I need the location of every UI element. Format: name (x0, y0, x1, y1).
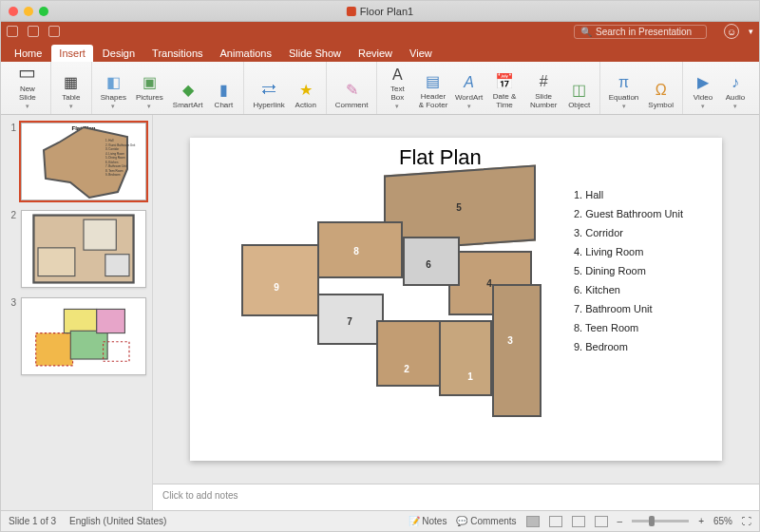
comments-toggle[interactable]: 💬 Comments (456, 516, 516, 526)
search-input[interactable]: 🔍 Search in Presentation (574, 25, 707, 39)
audio-icon: ♪ (726, 73, 745, 92)
hyperlink-button[interactable]: ⮂Hyperlink (250, 65, 287, 112)
comment-icon: ✎ (342, 81, 361, 100)
datetime-button[interactable]: 📅Date & Time (487, 65, 522, 112)
workspace: 1 Flat Plan 1. Hall2. Guest Bathroom Uni… (1, 115, 759, 510)
slide-legend[interactable]: 1. Hall 2. Guest Bathroom Unit 3. Corrid… (574, 189, 707, 360)
video-button[interactable]: ▶Video▾ (689, 65, 717, 112)
tab-view[interactable]: View (402, 45, 440, 62)
slide-thumbnail-2[interactable] (21, 210, 146, 288)
room-hall (439, 320, 492, 396)
room-label-5: 5 (450, 199, 467, 216)
room-label-1: 1 (462, 368, 479, 385)
slide[interactable]: Flat Plan 1 2 3 4 5 6 (190, 138, 722, 461)
thumb-number: 3 (7, 297, 16, 375)
equation-button[interactable]: πEquation▾ (606, 65, 642, 112)
object-button[interactable]: ◫Object (565, 65, 594, 112)
search-placeholder: Search in Presentation (596, 27, 692, 37)
tab-transitions[interactable]: Transitions (144, 45, 210, 62)
quick-access-toolbar: 🔍 Search in Presentation ☺ ▾ (1, 22, 759, 41)
zoom-out-button[interactable]: – (618, 516, 623, 526)
smartart-button[interactable]: ◆SmartArt (170, 65, 206, 112)
audio-button[interactable]: ♪Audio▾ (721, 65, 750, 112)
slide-icon: ▭ (16, 61, 39, 84)
legend-item: 2. Guest Bathroom Unit (574, 208, 707, 219)
chart-icon: ▮ (214, 81, 233, 100)
slidenum-icon: # (534, 72, 553, 91)
window-titlebar: Floor Plan1 (1, 1, 759, 22)
slide-counter: Slide 1 of 3 (9, 516, 56, 526)
slide-thumbnail-3[interactable] (21, 297, 146, 375)
search-icon: 🔍 (580, 27, 592, 37)
textbox-button[interactable]: AText Box▾ (383, 65, 411, 112)
zoom-in-button[interactable]: + (698, 516, 704, 526)
shapes-button[interactable]: ◧Shapes▾ (98, 65, 129, 112)
svg-rect-7 (70, 331, 107, 359)
svg-rect-8 (97, 309, 125, 332)
maximize-icon[interactable] (39, 7, 48, 16)
tab-design[interactable]: Design (95, 45, 142, 62)
tab-home[interactable]: Home (7, 45, 49, 62)
legend-item: 7. Bathroom Unit (574, 303, 707, 314)
ribbon-insert: ▭New Slide▾ ▦Table▾ ◧Shapes▾ ▣Pictures▾ … (1, 62, 759, 115)
thumb-legend: 1. Hall2. Guest Bathroom Unit3. Corridor… (105, 139, 142, 178)
new-slide-button[interactable]: ▭New Slide▾ (10, 65, 45, 112)
slide-thumbnail-1[interactable]: Flat Plan 1. Hall2. Guest Bathroom Unit3… (21, 123, 146, 200)
tab-review[interactable]: Review (351, 45, 400, 62)
notes-pane[interactable]: Click to add notes (153, 484, 759, 510)
traffic-lights (9, 7, 48, 16)
action-button[interactable]: ★Action (292, 65, 320, 112)
user-avatar-icon[interactable]: ☺ (724, 24, 739, 39)
tab-animations[interactable]: Animations (213, 45, 279, 62)
sorter-view-icon[interactable] (549, 516, 562, 527)
fit-window-icon[interactable]: ⛶ (742, 516, 751, 526)
tab-insert[interactable]: Insert (51, 45, 93, 62)
chevron-down-icon[interactable]: ▾ (749, 27, 753, 36)
floorplan-thumb-icon (22, 298, 145, 374)
redo-icon[interactable] (48, 26, 60, 37)
svg-rect-5 (36, 333, 73, 366)
room-label-9: 9 (268, 278, 285, 295)
slideshow-view-icon[interactable] (595, 516, 608, 527)
chart-button[interactable]: ▮Chart (209, 65, 238, 112)
zoom-slider[interactable] (632, 520, 689, 522)
table-button[interactable]: ▦Table▾ (57, 65, 86, 112)
ribbon-tabs: Home Insert Design Transitions Animation… (1, 41, 759, 62)
pictures-icon: ▣ (140, 73, 159, 92)
comment-button[interactable]: ✎Comment (332, 65, 371, 112)
room-label-2: 2 (398, 360, 415, 377)
tab-slideshow[interactable]: Slide Show (281, 45, 349, 62)
slidenumber-button[interactable]: #Slide Number (526, 65, 561, 112)
wordart-icon: A (460, 73, 479, 92)
legend-item: 5. Dining Room (574, 265, 707, 276)
legend-item: 8. Teen Room (574, 322, 707, 333)
object-icon: ◫ (570, 81, 589, 100)
zoom-level[interactable]: 65% (713, 516, 732, 526)
legend-item: 6. Kitchen (574, 284, 707, 295)
datetime-icon: 📅 (495, 72, 514, 91)
legend-item: 4. Living Room (574, 246, 707, 257)
language-button[interactable]: English (United States) (69, 516, 166, 526)
undo-icon[interactable] (28, 26, 39, 37)
headerfooter-button[interactable]: ▤Header & Footer (415, 65, 450, 112)
headerfooter-icon: ▤ (424, 72, 443, 91)
wordart-button[interactable]: AWordArt▾ (455, 65, 484, 112)
room-label-6: 6 (420, 256, 437, 273)
thumb-number: 1 (7, 123, 16, 200)
normal-view-icon[interactable] (526, 516, 540, 527)
slide-thumbnail-pane[interactable]: 1 Flat Plan 1. Hall2. Guest Bathroom Uni… (1, 115, 153, 510)
reading-view-icon[interactable] (572, 516, 585, 527)
save-icon[interactable] (7, 26, 18, 37)
shapes-icon: ◧ (104, 73, 123, 92)
slide-viewport[interactable]: Flat Plan 1 2 3 4 5 6 (153, 115, 759, 484)
link-icon: ⮂ (259, 81, 278, 100)
svg-rect-2 (38, 248, 75, 276)
equation-icon: π (615, 73, 634, 92)
minimize-icon[interactable] (24, 7, 33, 16)
floor-plan-graphic[interactable]: 1 2 3 4 5 6 7 8 9 (203, 161, 555, 446)
symbol-button[interactable]: ΩSymbol (645, 65, 676, 112)
pictures-button[interactable]: ▣Pictures▾ (133, 65, 166, 112)
close-icon[interactable] (9, 7, 18, 16)
room-corridor (492, 284, 542, 417)
notes-toggle[interactable]: 📝 Notes (408, 516, 447, 526)
